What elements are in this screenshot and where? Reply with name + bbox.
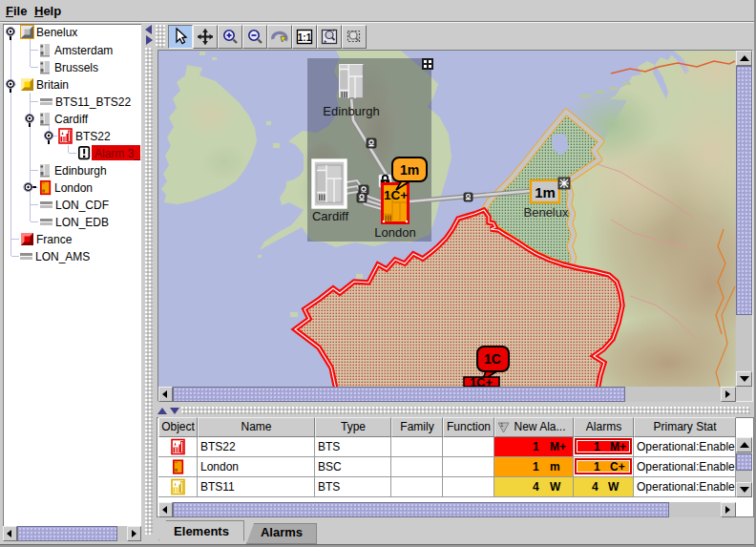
svg-text:Benelux: Benelux: [524, 205, 569, 220]
svg-text:Edinburgh: Edinburgh: [323, 104, 379, 118]
svg-text:1C+: 1C+: [470, 375, 494, 387]
svg-text:1:1: 1:1: [298, 32, 312, 43]
svg-text:Cardiff: Cardiff: [312, 209, 348, 223]
svg-text:1m: 1m: [535, 184, 556, 200]
svg-text:1C: 1C: [484, 351, 501, 367]
svg-text:London: London: [374, 225, 415, 240]
svg-text:1m: 1m: [400, 162, 419, 178]
svg-text:1C+: 1C+: [384, 188, 408, 202]
